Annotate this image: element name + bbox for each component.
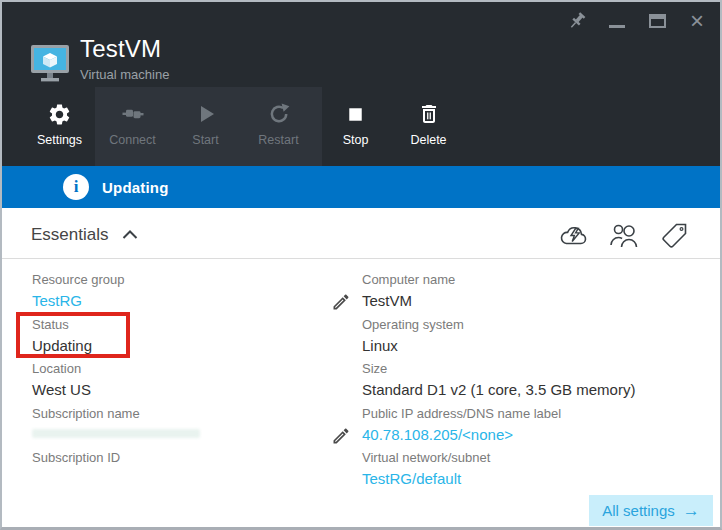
operating-system-label: Operating system bbox=[362, 316, 692, 333]
resource-group-field: Resource group TestRG bbox=[32, 271, 362, 316]
cloud-lightning-icon[interactable] bbox=[558, 221, 590, 249]
connect-button-label: Connect bbox=[109, 133, 156, 147]
users-icon[interactable] bbox=[608, 221, 640, 249]
status-banner: i Updating bbox=[2, 166, 720, 208]
connect-plug-icon bbox=[121, 99, 145, 129]
essentials-right-column: Computer name TestVM Operating system Li… bbox=[362, 271, 692, 494]
status-banner-text: Updating bbox=[102, 179, 169, 196]
subscription-id-label: Subscription ID bbox=[32, 449, 362, 466]
restart-button-label: Restart bbox=[258, 133, 298, 147]
stop-button[interactable]: Stop bbox=[319, 87, 392, 166]
restart-arrow-icon bbox=[267, 99, 291, 129]
public-ip-link[interactable]: 40.78.108.205/<none> bbox=[362, 424, 692, 445]
redacted-subscription-name bbox=[32, 429, 200, 438]
essentials-title: Essentials bbox=[31, 225, 108, 245]
blade-titles: TestVM Virtual machine bbox=[80, 35, 169, 82]
size-field: Size Standard D1 v2 (1 core, 3.5 GB memo… bbox=[362, 360, 692, 405]
start-button-label: Start bbox=[192, 133, 218, 147]
edit-public-ip-pencil-icon[interactable] bbox=[331, 426, 351, 450]
virtual-network-link[interactable]: TestRG/default bbox=[362, 468, 692, 489]
all-settings-label: All settings bbox=[602, 502, 675, 519]
operating-system-field: Operating system Linux bbox=[362, 316, 692, 361]
gear-icon bbox=[47, 99, 72, 129]
settings-button-label: Settings bbox=[37, 133, 82, 147]
subscription-id-field: Subscription ID bbox=[32, 449, 362, 494]
all-settings-button[interactable]: All settings → bbox=[589, 495, 713, 526]
close-icon[interactable]: × bbox=[684, 8, 710, 34]
edit-computer-name-pencil-icon[interactable] bbox=[331, 292, 351, 316]
location-field: Location West US bbox=[32, 360, 362, 405]
location-label: Location bbox=[32, 360, 362, 377]
delete-button[interactable]: Delete bbox=[392, 87, 465, 166]
resource-group-label: Resource group bbox=[32, 271, 362, 288]
trash-icon bbox=[417, 99, 441, 129]
tag-icon[interactable] bbox=[658, 221, 690, 249]
pin-icon[interactable] bbox=[564, 8, 590, 34]
stop-square-icon bbox=[344, 99, 367, 129]
public-ip-label: Public IP address/DNS name label bbox=[362, 405, 692, 422]
delete-button-label: Delete bbox=[410, 133, 446, 147]
size-label: Size bbox=[362, 360, 692, 377]
window-controls: × bbox=[564, 8, 710, 34]
info-icon: i bbox=[63, 174, 89, 200]
essentials-collapse-toggle[interactable]: Essentials bbox=[31, 225, 138, 245]
maximize-icon[interactable] bbox=[644, 8, 670, 34]
operating-system-value: Linux bbox=[362, 335, 692, 356]
essentials-left-column: Resource group TestRG Status Updating Lo… bbox=[32, 271, 362, 494]
computer-name-value: TestVM bbox=[362, 290, 692, 311]
location-value: West US bbox=[32, 379, 362, 400]
play-icon bbox=[194, 99, 218, 129]
subscription-name-label: Subscription name bbox=[32, 405, 362, 422]
computer-name-field: Computer name TestVM bbox=[362, 271, 692, 316]
virtual-network-field: Virtual network/subnet TestRG/default bbox=[362, 449, 692, 494]
vm-blade-window: × TestVM Virtual machine bbox=[0, 0, 722, 530]
stop-button-label: Stop bbox=[343, 133, 369, 147]
essentials-actions bbox=[558, 221, 690, 249]
page-subtitle: Virtual machine bbox=[80, 67, 169, 82]
red-highlight-box bbox=[16, 312, 130, 358]
page-title: TestVM bbox=[80, 35, 169, 63]
start-button[interactable]: Start bbox=[169, 87, 242, 166]
settings-button[interactable]: Settings bbox=[23, 87, 96, 166]
minimize-icon[interactable] bbox=[604, 8, 630, 34]
command-toolbar: Settings Connect Start bbox=[2, 87, 720, 166]
chevron-up-icon bbox=[122, 226, 138, 244]
virtual-network-label: Virtual network/subnet bbox=[362, 449, 692, 466]
right-arrow-icon: → bbox=[683, 503, 700, 518]
essentials-header: Essentials bbox=[2, 208, 720, 259]
essentials-panel: Essentials bbox=[2, 208, 720, 525]
blade-header: × TestVM Virtual machine bbox=[2, 2, 720, 166]
connect-button[interactable]: Connect bbox=[96, 87, 169, 166]
computer-name-label: Computer name bbox=[362, 271, 692, 288]
resource-group-link[interactable]: TestRG bbox=[32, 290, 362, 311]
restart-button[interactable]: Restart bbox=[242, 87, 315, 166]
size-value: Standard D1 v2 (1 core, 3.5 GB memory) bbox=[362, 379, 692, 400]
subscription-name-field: Subscription name bbox=[32, 405, 362, 450]
virtual-machine-icon bbox=[29, 42, 71, 88]
public-ip-field: Public IP address/DNS name label 40.78.1… bbox=[362, 405, 692, 450]
